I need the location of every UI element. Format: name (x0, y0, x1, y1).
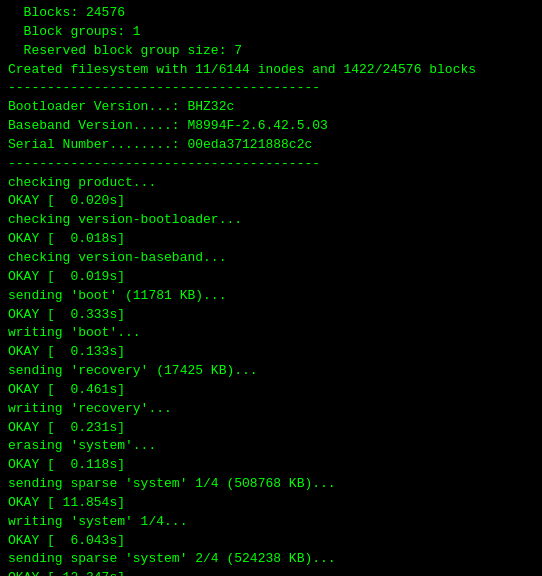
terminal-line: ---------------------------------------- (8, 155, 534, 174)
terminal-line: OKAY [ 0.019s] (8, 268, 534, 287)
terminal-line: OKAY [ 0.133s] (8, 343, 534, 362)
terminal-line: ---------------------------------------- (8, 79, 534, 98)
terminal-line: sending 'boot' (11781 KB)... (8, 287, 534, 306)
terminal-line: sending 'recovery' (17425 KB)... (8, 362, 534, 381)
terminal-line: Blocks: 24576 (8, 4, 534, 23)
terminal-line: sending sparse 'system' 2/4 (524238 KB).… (8, 550, 534, 569)
terminal-line: Reserved block group size: 7 (8, 42, 534, 61)
terminal-line: Block groups: 1 (8, 23, 534, 42)
terminal-line: erasing 'system'... (8, 437, 534, 456)
terminal-line: Baseband Version.....: M8994F-2.6.42.5.0… (8, 117, 534, 136)
terminal-line: Serial Number........: 00eda37121888c2c (8, 136, 534, 155)
terminal-line: OKAY [ 0.118s] (8, 456, 534, 475)
terminal-line: writing 'system' 1/4... (8, 513, 534, 532)
terminal-line: OKAY [ 0.018s] (8, 230, 534, 249)
terminal-line: OKAY [ 0.020s] (8, 192, 534, 211)
terminal-line: checking version-baseband... (8, 249, 534, 268)
terminal-line: writing 'boot'... (8, 324, 534, 343)
terminal-line: OKAY [ 0.461s] (8, 381, 534, 400)
terminal-line: OKAY [ 6.043s] (8, 532, 534, 551)
terminal-line: checking version-bootloader... (8, 211, 534, 230)
terminal-line: OKAY [ 0.333s] (8, 306, 534, 325)
terminal-line: OKAY [ 12.347s] (8, 569, 534, 576)
terminal-line: OKAY [ 0.231s] (8, 419, 534, 438)
terminal-line: Bootloader Version...: BHZ32c (8, 98, 534, 117)
terminal-line: OKAY [ 11.854s] (8, 494, 534, 513)
terminal-line: writing 'recovery'... (8, 400, 534, 419)
terminal-window: Blocks: 24576 Block groups: 1 Reserved b… (0, 0, 542, 576)
terminal-line: Created filesystem with 11/6144 inodes a… (8, 61, 534, 80)
terminal-line: sending sparse 'system' 1/4 (508768 KB).… (8, 475, 534, 494)
terminal-line: checking product... (8, 174, 534, 193)
